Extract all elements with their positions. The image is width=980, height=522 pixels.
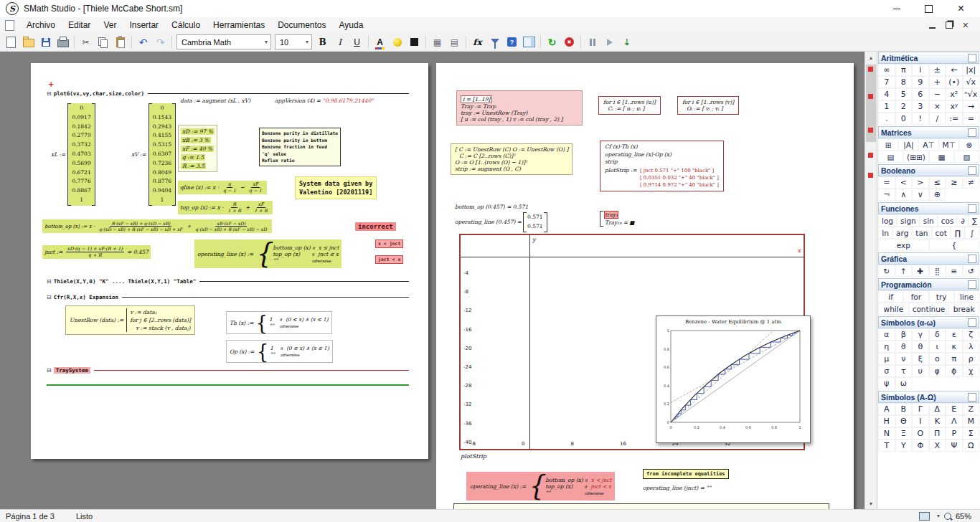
palette-button-aritmetica[interactable]: π [895,64,913,76]
palette-button-simbolos-may[interactable]: Ζ [963,403,980,415]
palette-button-aritmetica[interactable]: 7 [878,76,895,88]
palette-button-grafica[interactable]: ⣿ [929,265,946,277]
palette-button-programacion[interactable]: for [903,290,928,303]
palette-button-simbolos-may[interactable]: Χ [929,440,946,452]
palette-button-aritmetica[interactable]: / [929,113,946,125]
zoom-icon[interactable] [944,513,951,520]
palette-button-aritmetica[interactable]: × [929,100,946,113]
palette-button-aritmetica[interactable]: 2 [895,100,913,113]
palette-button-matrices[interactable]: A⊤ [918,138,938,151]
plotstrip-def[interactable]: Cf (x)·Th (x)operating_line (x)·Op (x)st… [600,141,724,191]
palette-button-booleano[interactable]: < [895,176,913,189]
palette-button-programacion[interactable]: try [929,290,954,303]
collapse-icon[interactable]: ⊟ [47,368,52,374]
parameter-def[interactable]: xB := 3 % [181,137,211,143]
palette-button-simbolos-may[interactable]: Σ [963,427,980,440]
palette-button-funciones[interactable]: ∂ [957,214,968,227]
worksheet-canvas[interactable]: + ⊟ plotG(vx,vy,char,size,color) xL := 0… [0,52,864,509]
print-button[interactable] [55,34,71,50]
palette-button-booleano[interactable]: = [878,176,895,189]
side-panels-button[interactable] [521,34,537,50]
unestrow-def[interactable]: UnestRow (data) := v := data₁for j ∈ [2.… [65,305,195,335]
bottom-op-def[interactable]: bottom_op (x) := x · R·(xF − xB) + q·(xD… [42,219,272,233]
palette-button-simbolos-may[interactable]: Θ [895,415,913,427]
cut-off-region[interactable] [453,503,829,509]
palette-button-simbolos-may[interactable]: Τ [878,440,895,452]
palette-button-matrices[interactable]: M⊤ [939,138,959,151]
app-version-expr[interactable]: appVersion (4) = "0.98.6179.21440" [275,98,374,104]
pause-button[interactable] [584,34,600,50]
palette-button-booleano[interactable]: ≤ [929,176,946,189]
mdi-minimize-icon[interactable] [929,27,936,29]
font-color-button[interactable]: A [372,34,388,50]
palette-button-matrices[interactable]: ▨ [954,151,979,163]
equilibrium-chart[interactable]: Benzene - Water Equilibrium @ 1 atm 00.2… [656,315,811,443]
save-button[interactable] [37,34,54,50]
copy-button[interactable] [95,34,111,50]
palette-button-simbolos-min[interactable]: θ [912,341,929,353]
vertical-scrollbar[interactable]: ▲ ▼ [864,52,877,509]
section-cfr[interactable]: ⊟ Cfr(R,X,x) Expansion [47,294,409,300]
operating-line-def[interactable]: operating_line (x) := {bottom_op (x)ifx … [194,239,341,268]
palette-button-simbolos-may[interactable]: Φ [912,440,929,452]
redo-button[interactable]: ↷ [152,34,169,50]
palette-button-programacion[interactable]: break [948,303,979,315]
palette-button-funciones[interactable]: cos [938,214,958,227]
palette-button-matrices[interactable]: ⊞ [878,138,898,151]
palette-button-aritmetica[interactable]: − [929,88,946,100]
menu-insertar[interactable]: Insertar [123,19,165,32]
mdi-restore-icon[interactable] [946,22,953,29]
palette-button-funciones[interactable]: ∫ [965,227,979,239]
palette-button-simbolos-min[interactable]: λ [963,341,980,353]
top-op-def[interactable]: top_op (x) := x · R1 + R + xF1 + R [178,201,273,214]
palette-button-aritmetica[interactable]: := [946,113,963,125]
worksheet-page-1[interactable]: + ⊟ plotG(vx,vy,char,size,color) xL := 0… [31,63,428,459]
palette-button-aritmetica[interactable]: ± [929,64,946,76]
palette-button-simbolos-may[interactable]: Γ [912,403,929,415]
recalculate-button[interactable]: ↻ [544,34,560,50]
paste-button[interactable] [112,34,128,50]
palette-button-simbolos-min[interactable]: σ [878,365,895,377]
collapse-icon[interactable] [968,393,976,402]
palette-button-booleano[interactable]: ∧ [895,189,913,201]
section-thiele[interactable]: ⊟ Thiele(X,Y,0) "K" .... Thiele(X,Y,1) "… [47,278,409,285]
palette-button-funciones[interactable]: tan [912,227,931,239]
palette-button-funciones[interactable]: arg [892,227,912,239]
menu-ver[interactable]: Ver [97,19,123,32]
scroll-up-icon[interactable]: ▲ [865,52,877,63]
collapse-icon[interactable]: ⊟ [47,279,52,285]
palette-button-aritmetica[interactable]: 5 [895,88,913,100]
palette-button-funciones[interactable]: ∏ [951,227,965,239]
palette-button-simbolos-may[interactable]: Λ [946,415,963,427]
bold-button[interactable]: B [314,34,331,50]
palette-button-matrices[interactable]: ▤ [878,151,903,163]
palette-button-booleano[interactable]: ¬ [878,189,895,201]
palette-button-simbolos-may[interactable]: Π [929,427,946,440]
menu-editar[interactable]: Editar [62,19,97,32]
palette-button-simbolos-may[interactable]: Β [895,403,913,415]
menu-herramientas[interactable]: Herramientas [207,19,271,32]
palette-button-booleano[interactable]: ≠ [963,176,980,189]
palette-button-aritmetica[interactable]: 1 [878,100,895,113]
palette-button-simbolos-min[interactable]: ζ [963,328,980,341]
palette-button-simbolos-min[interactable]: υ [912,365,929,377]
palette-button-booleano[interactable]: > [912,176,929,189]
font-family-select[interactable]: Cambria Math ▾ [176,34,271,49]
palette-button-aritmetica[interactable]: 6 [912,88,929,100]
section-traysystem[interactable]: ⊟ TraySystem [47,367,409,374]
palette-button-simbolos-min[interactable]: π [946,353,963,365]
qline-def[interactable]: qline (x) := x · qq − 1 − xFq − 1 [178,181,267,194]
palette-button-aritmetica[interactable]: (•) [946,76,963,88]
palette-button-aritmetica[interactable]: 9 [912,76,929,88]
palette-button-aritmetica[interactable]: . [878,113,895,125]
palette-button-aritmetica[interactable]: ! [912,113,929,125]
palette-button-simbolos-min[interactable]: η [878,341,895,353]
palette-button-simbolos-may[interactable]: Κ [929,415,946,427]
run-button[interactable] [601,34,618,50]
palette-button-simbolos-may[interactable]: Δ [929,403,946,415]
matrix-xv[interactable]: xV := 00.15430.29430.41550.53150.63070.7… [131,103,176,206]
palette-button-simbolos-min[interactable]: ω [895,377,913,389]
tray-definitions[interactable]: i = [1..19]Tray := Trayᵢtray := UnestRow… [456,90,583,125]
underline-button[interactable]: U [349,34,365,50]
collapse-icon[interactable] [968,166,976,175]
